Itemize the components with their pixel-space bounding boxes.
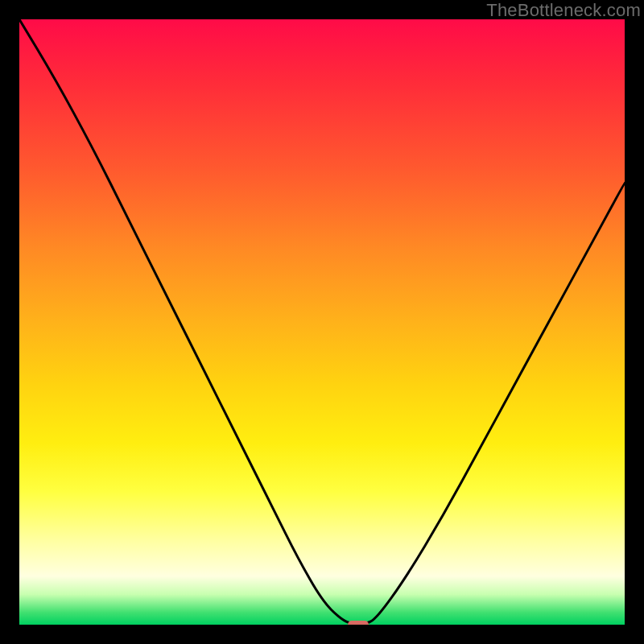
plot-area	[19, 19, 625, 625]
curve-layer	[19, 19, 625, 625]
chart-frame: TheBottleneck.com	[0, 0, 644, 644]
optimal-point-marker	[348, 621, 369, 625]
watermark-text: TheBottleneck.com	[486, 0, 641, 21]
bottleneck-curve	[19, 19, 625, 625]
